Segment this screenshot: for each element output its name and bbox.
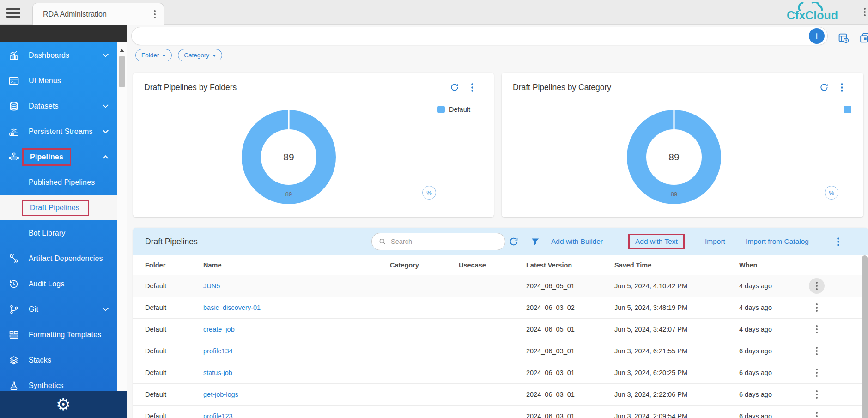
legend-swatch[interactable] bbox=[844, 106, 851, 113]
sidebar-item-draft-pipelines[interactable]: Draft Pipelines bbox=[0, 195, 117, 220]
tab-kebab-icon[interactable] bbox=[153, 10, 156, 19]
column-header-name[interactable]: Name bbox=[203, 261, 390, 269]
sidebar-item-persistent-streams[interactable]: Persistent Streams bbox=[0, 119, 117, 144]
percent-toggle-button[interactable]: % bbox=[422, 186, 436, 200]
row-kebab-icon[interactable] bbox=[809, 343, 825, 359]
cell-folder: Default bbox=[145, 369, 203, 376]
donut-chart-folders[interactable]: 89 89 bbox=[240, 109, 337, 206]
add-button[interactable]: + bbox=[809, 28, 825, 44]
pipeline-name-link[interactable]: profile134 bbox=[203, 347, 233, 355]
chevron-down-icon bbox=[162, 55, 166, 57]
category-filter-chip[interactable]: Category bbox=[178, 49, 222, 61]
row-kebab-icon[interactable] bbox=[809, 321, 825, 337]
tab-rda-administration[interactable]: RDA Administration bbox=[32, 3, 164, 25]
cell-folder: Default bbox=[145, 412, 203, 418]
refresh-icon[interactable] bbox=[450, 83, 459, 92]
column-header-usecase[interactable]: Usecase bbox=[459, 261, 526, 269]
scroll-up-arrow-icon[interactable] bbox=[120, 49, 124, 52]
sidebar-item-pipelines[interactable]: Pipelines bbox=[0, 144, 117, 170]
pipeline-name-link[interactable]: JUN5 bbox=[203, 282, 220, 290]
sidebar-item-label: Datasets bbox=[29, 102, 59, 110]
table-scrollbar[interactable] bbox=[862, 255, 868, 418]
row-kebab-icon[interactable] bbox=[809, 278, 825, 294]
sidebar-scrollbar[interactable] bbox=[117, 42, 127, 418]
import-button[interactable]: Import bbox=[705, 228, 725, 255]
scheduled-view-icon[interactable] bbox=[838, 32, 850, 44]
card-kebab-icon[interactable] bbox=[841, 83, 843, 92]
sidebar-item-formatting-templates[interactable]: Formatting Templates bbox=[0, 322, 117, 347]
global-search-input[interactable] bbox=[142, 32, 809, 40]
donut-chart-category[interactable]: 89 89 bbox=[625, 109, 722, 206]
table-row[interactable]: Default profile134 2024_06_03_01 Jun 3, … bbox=[133, 340, 868, 362]
chevron-down-icon bbox=[103, 305, 109, 311]
sidebar-item-dashboards[interactable]: Dashboards bbox=[0, 42, 117, 68]
chevron-down-icon bbox=[103, 51, 109, 57]
sidebar-item-git[interactable]: Git bbox=[0, 297, 117, 322]
table-row[interactable]: Default status-job 2024_06_03_01 Jun 3, … bbox=[133, 362, 868, 384]
search-icon bbox=[378, 237, 387, 246]
pipeline-name-link[interactable]: basic_discovery-01 bbox=[203, 304, 261, 311]
sidebar-item-datasets[interactable]: Datasets bbox=[0, 93, 117, 119]
cell-folder: Default bbox=[145, 304, 203, 311]
row-kebab-icon[interactable] bbox=[809, 365, 825, 381]
import-from-catalog-button[interactable]: Import from Catalog bbox=[746, 228, 809, 255]
table-search-input[interactable] bbox=[391, 238, 498, 245]
percent-toggle-button[interactable]: % bbox=[825, 186, 838, 200]
row-kebab-icon[interactable] bbox=[809, 387, 825, 402]
refresh-icon[interactable] bbox=[819, 83, 829, 92]
pipeline-name-link[interactable]: status-job bbox=[203, 369, 232, 376]
gear-icon[interactable]: ⚙ bbox=[56, 396, 71, 413]
hamburger-menu-icon[interactable] bbox=[6, 6, 20, 18]
filter-funnel-icon[interactable] bbox=[531, 228, 540, 255]
copy-layout-icon[interactable] bbox=[859, 32, 868, 44]
sidebar-item-label: Stacks bbox=[29, 356, 51, 364]
chart-legend: Default bbox=[437, 106, 470, 113]
pipeline-name-link[interactable]: create_job bbox=[203, 326, 235, 333]
column-header-actions bbox=[795, 255, 868, 275]
cell-folder: Default bbox=[145, 347, 203, 355]
sidebar-header-strip bbox=[0, 25, 127, 42]
cell-when: 4 days ago bbox=[739, 304, 795, 311]
cell-version: 2024_06_03_01 bbox=[526, 369, 614, 376]
window-kebab-icon[interactable] bbox=[863, 7, 866, 17]
add-with-builder-button[interactable]: Add with Builder bbox=[551, 228, 603, 255]
sidebar-item-label: Published Pipelines bbox=[29, 178, 95, 187]
sidebar-item-audit-logs[interactable]: Audit Logs bbox=[0, 271, 117, 297]
cell-version: 2024_06_03_02 bbox=[526, 304, 614, 311]
scrollbar-thumb[interactable] bbox=[119, 56, 125, 87]
column-header-when[interactable]: When bbox=[739, 261, 795, 269]
chip-label: Folder bbox=[141, 52, 159, 59]
card-kebab-icon[interactable] bbox=[471, 83, 473, 92]
chevron-down-icon bbox=[103, 102, 109, 108]
rda-administration-screen: RDA Administration CfxCloud Dashboards bbox=[0, 0, 868, 418]
cell-folder: Default bbox=[145, 282, 203, 290]
cell-saved-time: Jun 3, 2024, 6:20:25 PM bbox=[614, 369, 739, 376]
table-refresh-icon[interactable] bbox=[509, 228, 519, 255]
row-kebab-icon[interactable] bbox=[809, 408, 825, 418]
row-kebab-icon[interactable] bbox=[809, 300, 825, 315]
folder-filter-chip[interactable]: Folder bbox=[135, 49, 172, 61]
cell-saved-time: Jun 5, 2024, 4:10:42 PM bbox=[614, 282, 739, 290]
sidebar-item-stacks[interactable]: Stacks bbox=[0, 347, 117, 373]
table-row[interactable]: Default profile123 2024_06_03_01 Jun 3, … bbox=[133, 406, 868, 418]
sidebar-item-label: Bot Library bbox=[29, 229, 66, 237]
pipeline-name-link[interactable]: get-job-logs bbox=[203, 391, 238, 398]
table-row[interactable]: Default JUN5 2024_06_05_01 Jun 5, 2024, … bbox=[133, 275, 868, 297]
sidebar-item-published-pipelines[interactable]: Published Pipelines bbox=[0, 170, 117, 195]
table-row[interactable]: Default get-job-logs 2024_06_03_01 Jun 3… bbox=[133, 384, 868, 406]
history-clock-icon bbox=[8, 279, 20, 290]
toolbar-kebab-icon[interactable] bbox=[837, 228, 839, 255]
sidebar-item-ui-menus[interactable]: UI Menus bbox=[0, 68, 117, 93]
column-header-category[interactable]: Category bbox=[390, 261, 459, 269]
pipeline-name-link[interactable]: profile123 bbox=[203, 412, 233, 418]
legend-swatch[interactable] bbox=[437, 106, 445, 113]
column-header-saved-time[interactable]: Saved Time bbox=[614, 261, 739, 269]
column-header-folder[interactable]: Folder bbox=[145, 261, 203, 269]
column-header-latest-version[interactable]: Latest Version bbox=[526, 261, 614, 269]
pipeline-icon bbox=[8, 151, 20, 163]
sidebar-item-artifact-dependencies[interactable]: Artifact Dependencies bbox=[0, 246, 117, 271]
table-row[interactable]: Default create_job 2024_06_05_01 Jun 5, … bbox=[133, 319, 868, 340]
table-row[interactable]: Default basic_discovery-01 2024_06_03_02… bbox=[133, 297, 868, 319]
add-with-text-button[interactable]: Add with Text bbox=[628, 234, 685, 249]
sidebar-item-bot-library[interactable]: Bot Library bbox=[0, 220, 117, 246]
